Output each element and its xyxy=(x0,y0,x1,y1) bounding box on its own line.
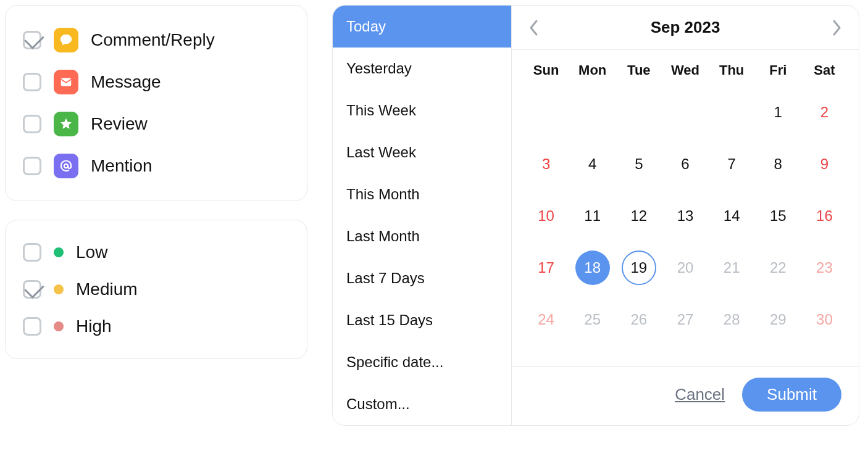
calendar-day[interactable]: 16 xyxy=(801,198,848,234)
calendar-day-number: 29 xyxy=(770,311,787,328)
type-filter-row: Mention xyxy=(23,145,290,187)
prev-month-button[interactable] xyxy=(527,20,541,35)
calendar-day[interactable]: 30 xyxy=(801,302,848,338)
date-preset-item[interactable]: Specific date... xyxy=(333,341,511,383)
calendar-day[interactable]: 26 xyxy=(616,302,662,338)
calendar-dow: Sun xyxy=(523,62,569,78)
calendar-day[interactable]: 17 xyxy=(523,250,569,286)
checkbox[interactable] xyxy=(23,157,41,175)
type-filter-label: Review xyxy=(91,114,148,134)
calendar-day[interactable]: 12 xyxy=(616,198,662,234)
calendar-day-number: 3 xyxy=(542,155,550,173)
date-preset-item[interactable]: Yesterday xyxy=(333,48,511,89)
calendar-day[interactable]: 5 xyxy=(616,146,662,182)
calendar-dow: Fri xyxy=(755,62,801,78)
priority-filter-card: LowMediumHigh xyxy=(5,220,307,359)
type-filter-row: Comment/Reply xyxy=(23,19,290,61)
type-filter-label: Message xyxy=(91,72,161,92)
calendar-day[interactable]: 22 xyxy=(755,250,801,286)
calendar-day-number: 21 xyxy=(724,259,740,276)
calendar-day-number: 14 xyxy=(724,207,740,225)
calendar-day[interactable]: 6 xyxy=(662,146,708,182)
at-icon xyxy=(54,154,78,178)
checkbox[interactable] xyxy=(23,280,41,299)
date-preset-item[interactable]: Last 15 Days xyxy=(333,299,511,341)
calendar-day-number: 12 xyxy=(631,207,648,225)
calendar-day[interactable]: 23 xyxy=(801,250,848,286)
calendar-empty xyxy=(523,94,569,130)
date-preset-item[interactable]: Last 7 Days xyxy=(333,257,511,299)
date-preset-item[interactable]: Last Week xyxy=(333,131,511,173)
date-preset-item[interactable]: Last Month xyxy=(333,215,511,257)
calendar-dow: Wed xyxy=(662,62,708,78)
type-filter-row: Review xyxy=(23,103,290,145)
calendar-day-number: 24 xyxy=(538,311,554,328)
type-filter-card: Comment/ReplyMessageReviewMention xyxy=(5,5,307,201)
calendar-day-number: 25 xyxy=(584,311,601,328)
calendar-day[interactable]: 4 xyxy=(569,146,616,182)
checkbox[interactable] xyxy=(23,73,41,91)
star-icon xyxy=(54,112,78,136)
date-preset-item[interactable]: Custom... xyxy=(333,383,511,425)
date-preset-list: TodayYesterdayThis WeekLast WeekThis Mon… xyxy=(333,6,512,425)
calendar-grid: SunMonTueWedThuFriSat1234567891011121314… xyxy=(523,62,848,338)
calendar-day[interactable]: 20 xyxy=(662,250,708,286)
calendar-day[interactable]: 21 xyxy=(709,250,755,286)
calendar-day[interactable]: 28 xyxy=(709,302,755,338)
calendar-day[interactable]: 8 xyxy=(755,146,801,182)
calendar-day[interactable]: 25 xyxy=(569,302,616,338)
priority-dot-icon xyxy=(54,247,64,257)
submit-button[interactable]: Submit xyxy=(742,378,841,412)
calendar-day[interactable]: 1 xyxy=(755,94,801,130)
date-preset-item[interactable]: Today xyxy=(333,6,511,48)
calendar-day-number: 19 xyxy=(622,251,656,285)
checkbox[interactable] xyxy=(23,31,41,49)
calendar-day[interactable]: 3 xyxy=(523,146,569,182)
calendar-empty xyxy=(662,94,708,130)
calendar-day-number: 9 xyxy=(820,155,828,173)
calendar-day-number: 23 xyxy=(816,259,833,276)
calendar-dow: Tue xyxy=(616,62,662,78)
date-picker: TodayYesterdayThis WeekLast WeekThis Mon… xyxy=(332,5,859,426)
chevron-left-icon xyxy=(529,20,539,36)
calendar-day-number: 8 xyxy=(774,155,782,173)
calendar-day[interactable]: 18 xyxy=(569,250,616,286)
calendar-day-number: 28 xyxy=(724,311,740,328)
calendar-day-number: 13 xyxy=(677,207,694,225)
next-month-button[interactable] xyxy=(829,20,844,35)
calendar-day-number: 2 xyxy=(820,104,828,121)
calendar-day[interactable]: 27 xyxy=(662,302,708,338)
calendar-day[interactable]: 14 xyxy=(709,198,755,234)
calendar-day[interactable]: 24 xyxy=(523,302,569,338)
mail-icon xyxy=(54,70,78,94)
calendar-day[interactable]: 11 xyxy=(569,198,616,234)
date-preset-item[interactable]: This Month xyxy=(333,173,511,215)
calendar-day[interactable]: 10 xyxy=(523,198,569,234)
calendar-empty xyxy=(709,94,755,130)
calendar-day-number: 30 xyxy=(816,311,833,328)
calendar-day[interactable]: 29 xyxy=(755,302,801,338)
checkbox[interactable] xyxy=(23,317,41,336)
date-preset-item[interactable]: This Week xyxy=(333,89,511,131)
calendar-day-number: 7 xyxy=(727,155,735,173)
cancel-button[interactable]: Cancel xyxy=(675,385,725,404)
calendar-empty xyxy=(616,94,662,130)
checkbox[interactable] xyxy=(23,115,41,133)
calendar-day-number: 20 xyxy=(677,259,694,276)
calendar-day[interactable]: 2 xyxy=(801,94,848,130)
calendar-day[interactable]: 15 xyxy=(755,198,801,234)
calendar-day-number: 4 xyxy=(588,155,596,173)
calendar-day-number: 1 xyxy=(774,104,782,121)
priority-dot-icon xyxy=(54,321,64,331)
checkbox[interactable] xyxy=(23,243,41,262)
calendar-day[interactable]: 19 xyxy=(616,250,662,286)
priority-filter-row: Medium xyxy=(23,271,290,308)
priority-filter-label: High xyxy=(76,317,112,336)
calendar-empty xyxy=(569,94,616,130)
calendar-header: Sep 2023 xyxy=(512,6,859,50)
calendar-day[interactable]: 7 xyxy=(709,146,755,182)
calendar-day[interactable]: 9 xyxy=(801,146,848,182)
calendar-day-number: 18 xyxy=(575,251,610,285)
calendar-day-number: 11 xyxy=(584,207,601,225)
calendar-day[interactable]: 13 xyxy=(662,198,708,234)
